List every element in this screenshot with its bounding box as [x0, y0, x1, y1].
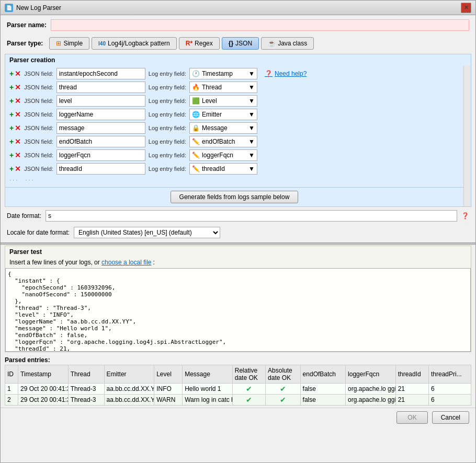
row3-add-button[interactable]: +: [9, 97, 14, 105]
custom1-icon: ✏️: [192, 138, 200, 145]
log-textarea[interactable]: { "instant" : { "epochSecond" : 16039320…: [5, 268, 471, 352]
row4-select-inner: 🌐 Emitter: [192, 111, 222, 118]
col-threadpri: threadPri...: [429, 365, 471, 384]
row1-json-input[interactable]: [56, 68, 145, 79]
row4-add-button[interactable]: +: [9, 110, 14, 119]
row8-remove-button[interactable]: ✕: [15, 165, 21, 173]
row3-remove-button[interactable]: ✕: [15, 97, 21, 105]
row7-add-button[interactable]: +: [9, 151, 14, 159]
row5-remove-button[interactable]: ✕: [15, 124, 21, 132]
row6-select-value: endOfBatch: [202, 138, 235, 145]
row8-log-select[interactable]: ✏️ threadId ▼: [189, 163, 257, 175]
row1-message: Hello world 1: [183, 384, 233, 395]
parser-test-panel: Parser test Insert a few lines of your l…: [5, 246, 471, 352]
row8-add-button[interactable]: +: [9, 165, 14, 173]
cancel-button[interactable]: Cancel: [432, 411, 469, 424]
row3-log-select[interactable]: 🟩 Level ▼: [189, 95, 257, 107]
row6-dropdown-icon: ▼: [248, 138, 255, 145]
row6-add-button[interactable]: +: [9, 137, 14, 146]
row1-timestamp: 29 Oct 20 00:41:36.000 -0400: [18, 384, 69, 395]
row6-controls: + ✕: [9, 137, 21, 146]
row1-thread: Thread-3: [68, 384, 104, 395]
log4j-icon: l40: [98, 41, 106, 47]
type-simple-button[interactable]: ⊞ Simple: [49, 37, 89, 50]
timestamp-icon: 🕐: [192, 70, 200, 77]
row1-log-label: Log entry field:: [149, 71, 186, 77]
field-row-6: + ✕ JSON field: Log entry field: ✏️ endO…: [9, 136, 459, 147]
row7-log-select[interactable]: ✏️ loggerFqcn ▼: [189, 149, 257, 161]
row1-add-button[interactable]: +: [9, 70, 14, 78]
row1-select-value: Timestamp: [202, 70, 233, 77]
row2-dropdown-icon: ▼: [248, 84, 255, 91]
ok-button[interactable]: OK: [396, 411, 427, 424]
date-format-label: Date format:: [7, 212, 41, 219]
row8-select-inner: ✏️ threadId: [192, 165, 225, 172]
row4-json-input[interactable]: [56, 109, 145, 120]
field-row-2: + ✕ JSON field: Log entry field: 🔥 Threa…: [9, 82, 459, 93]
col-thread: Thread: [68, 365, 104, 384]
row1-select-inner: 🕐 Timestamp: [192, 70, 233, 77]
row7-json-input[interactable]: [56, 149, 145, 161]
row3-json-input[interactable]: [56, 95, 145, 107]
row4-log-select[interactable]: 🌐 Emitter ▼: [189, 109, 257, 120]
date-help-icon[interactable]: ❓: [461, 212, 469, 219]
field-row-5: + ✕ JSON field: Log entry field: 🔒 Messa…: [9, 122, 459, 134]
row4-remove-button[interactable]: ✕: [15, 110, 21, 119]
close-button[interactable]: ✕: [461, 3, 471, 13]
row2-log-label: Log entry field:: [149, 84, 186, 90]
row2-relative: ✔: [232, 395, 265, 406]
row2-thread: Thread-3: [68, 395, 104, 406]
row1-id: 1: [5, 384, 18, 395]
type-json-button[interactable]: {} JSON: [222, 37, 259, 50]
row3-select-value: Level: [202, 97, 217, 105]
col-message: Message: [183, 365, 233, 384]
row6-log-label: Log entry field:: [149, 138, 186, 145]
type-regex-button[interactable]: R* Regex: [179, 37, 220, 50]
date-format-input[interactable]: [46, 210, 457, 222]
thread-icon: 🔥: [192, 84, 200, 91]
locale-select[interactable]: English (United States) [en_US] (default…: [74, 227, 220, 238]
parsed-table-body: 1 29 Oct 20 00:41:36.000 -0400 Thread-3 …: [5, 384, 471, 406]
row4-select-value: Emitter: [202, 111, 222, 118]
row6-remove-button[interactable]: ✕: [15, 137, 21, 146]
row2-json-input[interactable]: [56, 82, 145, 93]
help-link[interactable]: ❓ Need help?: [265, 70, 307, 77]
row1-remove-button[interactable]: ✕: [15, 70, 21, 78]
row4-controls: + ✕: [9, 110, 21, 119]
row2-select-value: Thread: [202, 84, 222, 91]
row1-dropdown-icon: ▼: [248, 70, 255, 77]
row2-log-select[interactable]: 🔥 Thread ▼: [189, 82, 257, 93]
type-log4j-button[interactable]: l40 Log4j/Logback pattern: [92, 37, 177, 50]
row7-remove-button[interactable]: ✕: [15, 151, 21, 159]
row2-select-inner: 🔥 Thread: [192, 84, 222, 91]
row1-absolute-check: ✔: [280, 385, 286, 393]
fields-scrollbar[interactable]: [463, 66, 471, 206]
row3-json-label: JSON field:: [24, 98, 53, 104]
parser-name-input[interactable]: [51, 19, 469, 31]
desc-suffix: :: [153, 259, 155, 266]
row6-json-input[interactable]: [56, 136, 145, 147]
row2-add-button[interactable]: +: [9, 83, 14, 91]
generate-fields-button[interactable]: Generate fields from logs sample below: [171, 191, 299, 203]
row1-relative: ✔: [232, 384, 265, 395]
choose-local-link[interactable]: choose a local file: [101, 259, 151, 266]
regex-label: Regex: [195, 40, 213, 47]
row8-json-label: JSON field:: [24, 166, 53, 172]
type-java-button[interactable]: ☕ Java class: [261, 37, 314, 50]
row5-log-select[interactable]: 🔒 Message ▼: [189, 122, 257, 134]
col-threadid: threadId: [395, 365, 428, 384]
row1-threadid: 21: [395, 384, 428, 395]
row5-json-input[interactable]: [56, 122, 145, 134]
parsed-table-header: ID Timestamp Thread Emitter Level Messag…: [5, 365, 471, 384]
row5-add-button[interactable]: +: [9, 124, 14, 132]
row1-log-select[interactable]: 🕐 Timestamp ▼: [189, 68, 257, 79]
row2-remove-button[interactable]: ✕: [15, 83, 21, 91]
col-relative: Relativedate OK: [232, 365, 265, 384]
row6-log-select[interactable]: ✏️ endOfBatch ▼: [189, 136, 257, 147]
row1-loggerfqcn: org.apache.lo gging.log4j.s: [346, 384, 396, 395]
row8-json-input[interactable]: [56, 163, 145, 175]
app-icon: 📄: [5, 4, 13, 12]
row8-dropdown-icon: ▼: [248, 165, 255, 172]
date-format-row: Date format: ❓: [1, 207, 475, 225]
field-row-1: + ✕ JSON field: Log entry field: 🕐 Times…: [9, 68, 459, 79]
